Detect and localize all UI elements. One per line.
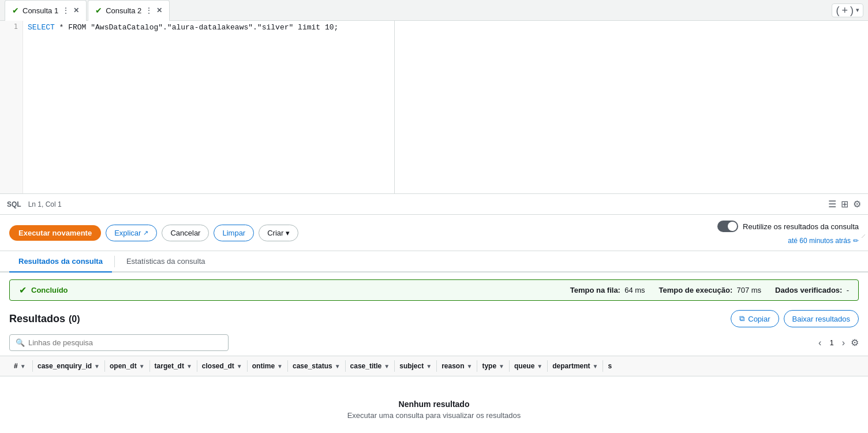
editor-content[interactable]: SELECT * FROM "AwsDataCatalog"."alura-da… [23,21,394,193]
results-title: Resultados [9,313,65,325]
search-box[interactable]: 🔍 [9,334,229,351]
prev-page-button[interactable]: ‹ [816,337,824,349]
th-target-dt: target_dt ▼ [150,362,197,370]
results-actions: ⧉ Copiar Baixar resultados [731,310,859,327]
explain-button[interactable]: Explicar ↗ [106,225,157,241]
empty-state: Nenhum resultado Executar uma consulta p… [0,376,868,433]
cancel-button[interactable]: Cancelar [162,225,209,241]
th-department-sort[interactable]: ▼ [593,363,598,369]
th-open-dt-label: open_dt [110,362,137,370]
line-number-1: 1 [0,21,23,32]
th-reason-label: reason [442,362,464,370]
concluido-label: Concluído [31,286,68,294]
th-case-status: case_status ▼ [288,362,345,370]
th-closed-dt-label: closed_dt [202,362,234,370]
status-bar: SQL Ln 1, Col 1 ☰ ⊞ ⚙ [0,194,868,215]
new-tab-group[interactable]: ( + ) ▾ [832,3,863,17]
th-reason-sort[interactable]: ▼ [466,363,472,369]
external-link-icon: ↗ [143,229,148,237]
th-case-title-label: case_title [350,362,382,370]
download-button[interactable]: Baixar resultados [784,310,859,327]
tab-1-close-icon[interactable]: ✕ [73,6,79,14]
th-subject-sort[interactable]: ▼ [426,363,432,369]
th-case-title-sort[interactable]: ▼ [384,363,390,369]
copy-button[interactable]: ⧉ Copiar [731,310,779,327]
results-title-group: Resultados (0) [9,313,80,325]
th-case-status-sort[interactable]: ▼ [335,363,341,369]
page-number: 1 [827,338,836,347]
edit-icon[interactable]: ✏ [853,237,859,245]
code-line-1: SELECT * FROM "AwsDataCatalog"."alura-da… [28,22,390,33]
verified-data-label: Dados verificados: - [775,286,849,294]
empty-title: Nenhum resultado [399,400,470,409]
search-icon: 🔍 [16,338,25,347]
search-row: 🔍 ‹ 1 › ⚙ [0,332,868,356]
th-queue-label: queue [514,362,534,370]
editor-main[interactable]: 1 SELECT * FROM "AwsDataCatalog"."alura-… [0,21,395,193]
copy-label: Copiar [748,315,770,323]
queue-time-label: Tempo na fila: 64 ms [570,286,645,294]
th-type-label: type [482,362,496,370]
create-button[interactable]: Criar ▾ [259,225,298,241]
toggle-sub-text: até 60 minutos atrás [788,237,851,245]
resize-indicator: ⟋ [859,231,868,241]
table-header: # ▼ case_enquiry_id ▼ open_dt ▼ target_d… [0,356,868,376]
toolbar-right: Reutilize os resultados da consulta até … [717,221,859,245]
th-hash-sort-icon[interactable]: ▼ [20,363,26,369]
th-subject: subject ▼ [395,362,436,370]
tab-2-close-icon[interactable]: ✕ [156,6,162,14]
th-type-sort[interactable]: ▼ [499,363,504,369]
th-case-status-label: case_status [293,362,332,370]
toggle-label: Reutilize os resultados da consulta [743,222,859,231]
reuse-toggle[interactable] [717,221,738,232]
th-s-label: s [608,362,612,370]
cursor-position: Ln 1, Col 1 [28,200,62,208]
th-ontime-sort[interactable]: ▼ [277,363,283,369]
editor-gutter: 1 [0,21,23,193]
status-stats: Tempo na fila: 64 ms Tempo de execução: … [570,286,849,294]
run-again-button[interactable]: Executar novamente [9,225,101,241]
th-department-label: department [552,362,590,370]
clear-button[interactable]: Limpar [214,225,254,241]
th-closed-dt: closed_dt ▼ [197,362,247,370]
th-closed-dt-sort[interactable]: ▼ [237,363,242,369]
settings-icon[interactable]: ⚙ [853,199,861,210]
chevron-down-icon: ▾ [286,229,290,237]
tab-2-menu-icon[interactable]: ⋮ [145,6,153,15]
check-icon: ✔ [12,6,19,15]
create-label: Criar [267,229,283,237]
th-reason: reason ▼ [437,362,477,370]
plus-icon[interactable]: + [841,5,848,16]
empty-sub: Executar uma consulta para visualizar os… [347,411,521,420]
tab-1-label: Consulta 1 [23,6,58,15]
open-paren-icon: ( [836,5,839,16]
grid-icon[interactable]: ⊞ [841,199,848,210]
th-open-dt-sort[interactable]: ▼ [139,363,145,369]
tab-consulta-1[interactable]: ✔ Consulta 1 ⋮ ✕ [5,0,87,21]
th-open-dt: open_dt ▼ [105,362,149,370]
th-case-enquiry-id: case_enquiry_id ▼ [33,362,104,370]
tab-consulta-2[interactable]: ✔ Consulta 2 ⋮ ✕ [88,0,170,21]
th-target-dt-sort[interactable]: ▼ [186,363,192,369]
th-hash-label: # [14,362,18,370]
editor-area: 1 SELECT * FROM "AwsDataCatalog"."alura-… [0,21,868,194]
chevron-down-icon[interactable]: ▾ [856,7,859,13]
result-tab-separator [114,256,115,267]
th-department: department ▼ [548,362,603,370]
tab-1-menu-icon[interactable]: ⋮ [62,6,70,15]
status-success-row: ✔ Concluído Tempo na fila: 64 ms Tempo d… [9,279,859,301]
success-check-icon: ✔ [19,285,27,296]
check-icon-2: ✔ [95,6,102,15]
th-case-enquiry-id-sort[interactable]: ▼ [94,363,100,369]
th-ontime: ontime ▼ [248,362,287,370]
next-page-button[interactable]: › [840,337,847,349]
format-icon[interactable]: ☰ [828,199,836,210]
tab-query-stats[interactable]: Estatísticas da consulta [117,251,215,273]
tab-query-results[interactable]: Resultados da consulta [9,251,112,273]
table-settings-icon[interactable]: ⚙ [851,337,859,348]
th-subject-label: subject [399,362,424,370]
search-input[interactable] [28,338,222,347]
editor-right-panel [395,21,868,193]
toggle-row: Reutilize os resultados da consulta [717,221,859,232]
th-queue-sort[interactable]: ▼ [537,363,542,369]
